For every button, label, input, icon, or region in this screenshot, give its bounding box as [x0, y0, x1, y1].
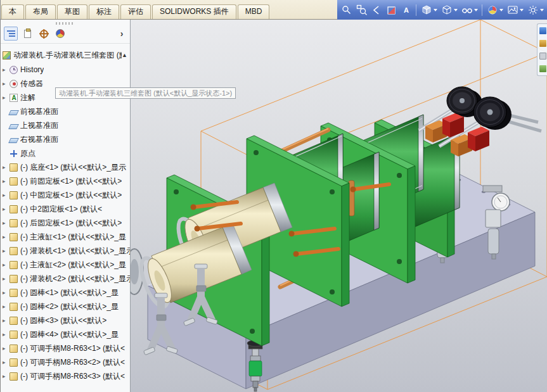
tree-item[interactable]: History — [1, 63, 130, 77]
tree-item-label: (-) 可调手柄M8-R63<3> (默认< — [20, 371, 125, 382]
view-orientation-icon[interactable] — [420, 4, 433, 16]
expand-arrow-icon[interactable] — [3, 303, 10, 310]
display-style-dropdown[interactable] — [441, 4, 458, 16]
tree-item[interactable]: 前视基准面 — [1, 104, 130, 118]
tree-item-label: (-) 前固定板<1> (默认<<默认> — [20, 176, 122, 187]
resources-icon[interactable] — [539, 27, 546, 34]
dropdown-caret-icon — [434, 9, 437, 11]
toolbar-separator — [482, 4, 482, 16]
zoom-area-icon[interactable] — [356, 4, 367, 16]
command-tab[interactable]: 标注 — [89, 4, 119, 19]
expand-arrow-icon[interactable] — [3, 359, 10, 365]
expand-arrow-icon[interactable] — [3, 206, 10, 212]
tree-item-label: (-) 主液缸<1> (默认<<默认>_显 — [20, 232, 126, 243]
expand-arrow-icon[interactable] — [3, 80, 10, 87]
edit-appearance-dropdown[interactable] — [486, 4, 503, 16]
tree-item[interactable]: 原点 — [1, 146, 130, 160]
tree-item-label: 注解 — [20, 92, 35, 103]
tree-item[interactable]: (-) 后固定板<1> (默认<<默认> — [1, 216, 130, 230]
tree-item[interactable]: 右视基准面 — [1, 132, 130, 146]
graphics-area[interactable] — [131, 20, 547, 392]
tree-item[interactable]: (-) 前固定板<1> (默认<<默认> — [1, 174, 130, 188]
tree-item[interactable]: 上视基准面 — [1, 118, 130, 132]
expand-arrow-icon[interactable] — [3, 178, 10, 184]
expand-arrow-icon[interactable] — [3, 164, 10, 170]
tree-item[interactable]: (-) 灌装机<1> (默认<<默认>_显示 — [1, 244, 130, 258]
expand-arrow-icon[interactable] — [3, 94, 10, 101]
zoom-fit-icon[interactable] — [341, 4, 352, 16]
file-explorer-icon[interactable] — [539, 53, 546, 60]
handwheel[interactable] — [473, 97, 512, 130]
dropdown-caret-icon — [520, 9, 524, 11]
tree-item[interactable]: (-) 中固定板<1> (默认<<默认> — [1, 188, 130, 202]
expand-arrow-icon[interactable] — [3, 220, 10, 226]
expand-arrow-icon[interactable] — [3, 345, 10, 351]
tree-item[interactable]: (-) 主液缸<1> (默认<<默认>_显 — [1, 230, 130, 244]
feature-tree-icon[interactable] — [4, 27, 18, 41]
command-tab[interactable]: SOLIDWORKS 插件 — [152, 4, 236, 19]
tree-item-label: (-) 可调手柄M8-R63<2> (默认< — [20, 357, 125, 368]
tree-item[interactable]: (-) 中2固定板<1> (默认< — [1, 202, 130, 216]
command-tab-label: 标注 — [96, 7, 112, 16]
expand-arrow-icon[interactable] — [3, 289, 10, 296]
tree-item-label: 前视基准面 — [20, 106, 58, 117]
tree-item-label: 上视基准面 — [20, 120, 58, 131]
display-manager-icon[interactable] — [53, 27, 67, 41]
expand-arrow-icon[interactable] — [3, 262, 10, 268]
expand-arrow-icon[interactable] — [3, 66, 10, 73]
apply-scene-icon[interactable] — [506, 4, 519, 16]
tree-item[interactable]: (-) 圆棒<2> (默认<<默认>_显 — [1, 300, 130, 313]
tree-root-item[interactable]: 动灌装机.手动灌装机三维套图 (默 ▲ — [1, 47, 130, 63]
tree-item-label: 传感器 — [20, 79, 43, 89]
hide-show-items-icon[interactable] — [461, 4, 473, 16]
edit-appearance-icon[interactable] — [486, 4, 499, 16]
panel-collapse-arrow[interactable]: › — [116, 27, 127, 40]
command-tab[interactable]: 布局 — [25, 4, 56, 19]
expand-arrow-icon[interactable] — [3, 331, 10, 338]
command-tab[interactable]: 评估 — [120, 4, 151, 19]
expand-arrow-icon[interactable] — [3, 248, 10, 254]
tree-item[interactable]: (-) 可调手柄M8-R63<1> (默认< — [1, 341, 130, 355]
view-settings-dropdown[interactable] — [527, 4, 544, 16]
expand-arrow-icon[interactable] — [3, 373, 10, 379]
annotation-view-icon[interactable]: A — [401, 4, 412, 16]
3d-model[interactable] — [131, 20, 547, 392]
apply-scene-dropdown[interactable] — [506, 4, 524, 16]
section-view-icon[interactable] — [385, 4, 397, 16]
collapse-tree-arrow[interactable]: ▲ — [122, 52, 130, 58]
configuration-icon[interactable] — [37, 27, 51, 41]
command-tab[interactable]: MBD — [238, 4, 270, 19]
panel-splitter-grip[interactable] — [56, 22, 75, 25]
tree-item[interactable]: (-) 圆棒<4> (默认<<默认>_显 — [1, 327, 130, 341]
tree-item-label: (-) 底座<1> (默认<<默认>_显示 — [20, 162, 126, 173]
command-tab-label: 布局 — [33, 7, 48, 16]
expand-arrow-icon[interactable] — [3, 192, 10, 198]
view-settings-icon[interactable] — [527, 4, 539, 16]
view-orientation-dropdown[interactable] — [420, 4, 437, 16]
hide-show-items-dropdown[interactable] — [461, 4, 478, 16]
tree-item[interactable]: (-) 可调手柄M8-R63<3> (默认< — [1, 369, 130, 383]
design-library-icon[interactable] — [539, 40, 546, 47]
view-palette-icon[interactable] — [539, 65, 546, 72]
property-manager-icon[interactable] — [20, 27, 34, 41]
red-gearbox — [468, 127, 489, 151]
feature-manager-panel: › 动灌装机.手动灌装机三维套图 (默 ▲ History 传感器 — [1, 20, 131, 392]
command-tab[interactable]: 草图 — [57, 4, 87, 19]
tree-item[interactable]: (-) 圆棒<1> (默认<<默认>_显 — [1, 286, 130, 300]
tree-item[interactable]: (-) 底座<1> (默认<<默认>_显示 — [1, 160, 130, 174]
command-tab[interactable]: 本 — [1, 4, 24, 19]
tree-item[interactable]: (-) 可调手柄M8-R63<2> (默认< — [1, 355, 130, 369]
display-style-icon[interactable] — [441, 4, 453, 16]
expand-arrow-icon[interactable] — [3, 234, 10, 240]
tree-item-label: (-) 主液缸<2> (默认<<默认>_显 — [20, 260, 126, 270]
command-tab-label: MBD — [245, 7, 262, 16]
previous-view-icon[interactable] — [371, 4, 382, 16]
expand-arrow-icon[interactable] — [3, 317, 10, 324]
tree-item-label: (-) 圆棒<2> (默认<<默认>_显 — [20, 301, 119, 312]
tree-item[interactable]: (-) 灌装机<2> (默认<<默认>_显示 — [1, 272, 130, 286]
expand-arrow-icon[interactable] — [3, 275, 10, 282]
tree-item-label: (-) 中固定板<1> (默认<<默认> — [20, 190, 122, 201]
tree-item[interactable]: (-) 圆棒<3> (默认<<默认> — [1, 313, 130, 327]
part-icon — [10, 358, 18, 367]
tree-item[interactable]: (-) 主液缸<2> (默认<<默认>_显 — [1, 258, 130, 272]
